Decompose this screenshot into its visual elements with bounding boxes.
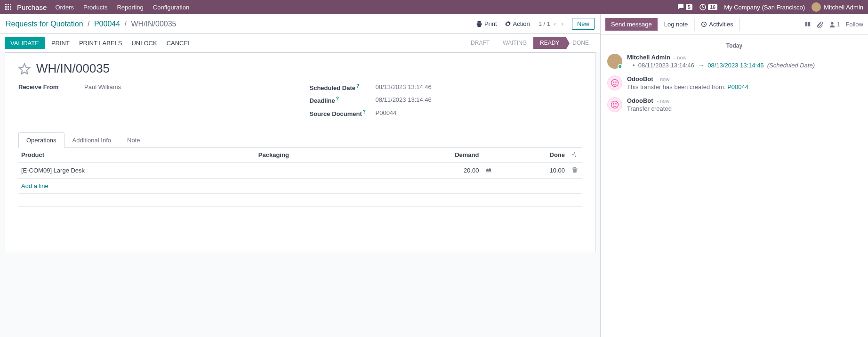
svg-point-12: [575, 156, 576, 157]
msg-change: • 08/11/2023 13:14:46 → 08/13/2023 13:14…: [633, 62, 861, 69]
msg-time: - now: [657, 76, 669, 82]
book-icon[interactable]: [804, 21, 811, 28]
svg-rect-8: [10, 8, 11, 10]
deadline-value: 08/11/2023 13:14:46: [376, 96, 432, 104]
follow-button[interactable]: Follow: [845, 21, 863, 28]
send-message-button[interactable]: Send message: [605, 18, 658, 31]
svg-rect-0: [5, 4, 7, 5]
nav-orders[interactable]: Orders: [55, 4, 74, 11]
gear-icon: [505, 21, 511, 27]
col-product[interactable]: Product: [18, 148, 256, 163]
top-nav: Purchase Orders Products Reporting Confi…: [0, 0, 868, 14]
col-packaging[interactable]: Packaging: [256, 148, 380, 163]
nav-products[interactable]: Products: [83, 4, 107, 11]
svg-point-14: [831, 22, 834, 24]
message: OdooBot - now This transfer has been cre…: [607, 75, 861, 90]
print-button[interactable]: Print: [476, 20, 497, 27]
log-note-button[interactable]: Log note: [658, 18, 695, 31]
scheduled-value[interactable]: 08/13/2023 13:14:46: [376, 83, 432, 91]
tab-operations[interactable]: Operations: [18, 132, 64, 148]
nav-company[interactable]: My Company (San Francisco): [724, 4, 805, 11]
unlock-action[interactable]: UNLOCK: [131, 40, 157, 47]
validate-button[interactable]: VALIDATE: [5, 37, 45, 49]
msg-author[interactable]: Mitchell Admin: [627, 54, 670, 61]
svg-rect-1: [8, 4, 9, 5]
msg-text: Transfer created: [627, 105, 861, 112]
svg-rect-6: [5, 8, 7, 10]
help-icon[interactable]: ?: [356, 83, 359, 89]
apps-icon[interactable]: [5, 3, 12, 11]
pager-next[interactable]: ›: [562, 20, 563, 27]
action-button[interactable]: Action: [505, 20, 530, 27]
nav-configuration[interactable]: Configuration: [153, 4, 189, 11]
chart-icon: [485, 166, 492, 173]
breadcrumb-parent[interactable]: P00044: [94, 20, 120, 28]
msg-time: - now: [674, 55, 687, 60]
status-done[interactable]: DONE: [566, 37, 595, 49]
tab-additional-info[interactable]: Additional Info: [64, 132, 119, 148]
cell-product[interactable]: [E-COM09] Large Desk: [18, 162, 256, 178]
follower-count[interactable]: 1: [829, 21, 840, 28]
receive-from-value[interactable]: Paul Williams: [84, 83, 121, 90]
tab-note[interactable]: Note: [119, 132, 148, 148]
tabs: Operations Additional Info Note: [18, 132, 582, 148]
nav-activities[interactable]: 16: [699, 3, 717, 11]
col-done[interactable]: Done: [496, 148, 568, 163]
svg-rect-2: [10, 4, 11, 5]
source-label: Source Document?: [310, 109, 376, 117]
cell-done[interactable]: 10.00: [496, 162, 568, 178]
page-title: WH/IN/00035: [36, 61, 110, 76]
clock-icon: [701, 21, 707, 27]
nav-reporting[interactable]: Reporting: [117, 4, 143, 11]
receive-from-label: Receive From: [18, 83, 84, 90]
status-bar: DRAFT WAITING READY DONE: [464, 37, 595, 49]
action-bar: VALIDATE PRINT PRINT LABELS UNLOCK CANCE…: [0, 34, 600, 52]
nav-username: Mitchell Admin: [824, 4, 863, 11]
breadcrumb-root[interactable]: Requests for Quotation: [6, 20, 83, 28]
message: Mitchell Admin - now • 08/11/2023 13:14:…: [607, 54, 861, 69]
main-panel: Requests for Quotation / P00044 / WH/IN/…: [0, 14, 601, 337]
activities-button[interactable]: Activities: [695, 18, 739, 31]
cell-demand[interactable]: 20.00: [380, 162, 482, 178]
status-waiting[interactable]: WAITING: [496, 37, 533, 49]
col-demand[interactable]: Demand: [380, 148, 482, 163]
svg-point-19: [613, 104, 614, 105]
cell-delete[interactable]: [568, 162, 582, 178]
cell-packaging[interactable]: [256, 162, 380, 178]
status-draft[interactable]: DRAFT: [464, 37, 496, 49]
help-icon[interactable]: ?: [336, 96, 339, 101]
bot-avatar-icon: [607, 97, 622, 112]
source-value[interactable]: P00044: [376, 109, 397, 117]
svg-point-11: [572, 154, 574, 156]
print-action[interactable]: PRINT: [51, 40, 70, 47]
star-icon[interactable]: [18, 63, 31, 75]
msg-author[interactable]: OdooBot: [627, 97, 653, 104]
operations-table: Product Packaging Demand Done [E-COM09] …: [18, 148, 582, 220]
svg-point-20: [616, 104, 617, 105]
help-icon[interactable]: ?: [363, 109, 366, 115]
pager-prev[interactable]: ‹: [554, 20, 556, 27]
nav-brand[interactable]: Purchase: [17, 3, 47, 11]
sliders-icon: [571, 151, 577, 158]
msg-link[interactable]: P00044: [727, 83, 748, 90]
msg-author[interactable]: OdooBot: [627, 75, 653, 82]
cell-forecast-icon[interactable]: [482, 162, 496, 178]
msg-time: - now: [657, 98, 669, 104]
message: OdooBot - now Transfer created: [607, 97, 861, 112]
attachment-icon[interactable]: [817, 21, 823, 28]
nav-user[interactable]: Mitchell Admin: [812, 2, 863, 12]
nav-discuss[interactable]: 5: [677, 3, 692, 11]
new-button[interactable]: New: [572, 18, 595, 30]
chatter-header: Send message Log note Activities 1 Follo…: [601, 14, 868, 35]
print-labels-action[interactable]: PRINT LABELS: [79, 40, 122, 47]
status-ready[interactable]: READY: [533, 37, 566, 49]
avatar-icon: [812, 2, 821, 12]
cancel-action[interactable]: CANCEL: [167, 40, 192, 47]
table-row[interactable]: [E-COM09] Large Desk 20.00 10.00: [18, 162, 582, 178]
pager: 1 / 1 ‹ ›: [538, 20, 565, 27]
chatter-body: Today Mitchell Admin - now • 08/11/2023 …: [601, 35, 868, 123]
col-options[interactable]: [568, 148, 582, 163]
deadline-label: Deadline?: [310, 96, 376, 104]
msg-text: This transfer has been created from: P00…: [627, 83, 861, 90]
add-line-button[interactable]: Add a line: [21, 182, 48, 189]
